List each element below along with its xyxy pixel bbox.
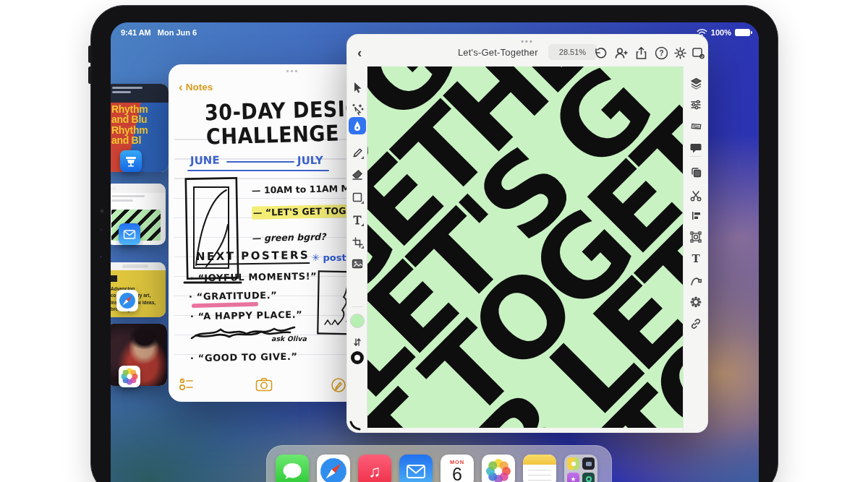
dock: ♫ MON 6 [266, 445, 612, 482]
dock-icon-mail[interactable] [399, 455, 433, 482]
ipad-screen: 9:41 AM Mon Jun 6 100% [111, 22, 759, 482]
svg-text:?: ? [659, 49, 663, 57]
mail-window-header: ⋯ [111, 184, 166, 193]
pen-tool[interactable] [349, 117, 366, 134]
mail-app-icon[interactable] [119, 223, 140, 245]
calendar-day: 6 [441, 465, 474, 482]
undo-icon[interactable] [592, 45, 608, 61]
link-icon[interactable] [684, 314, 708, 333]
comment-icon[interactable] [684, 138, 708, 157]
direct-selection-tool[interactable] [347, 100, 367, 119]
indicator-dot [100, 256, 102, 258]
month-underline [187, 170, 329, 171]
battery-icon [735, 29, 750, 37]
note-aside: ask Oliva [271, 335, 307, 343]
note-title-line2: CHALLENGE [206, 121, 340, 150]
status-date: Mon Jun 6 [158, 28, 197, 37]
note-item-2: · “GRATITUDE.” [189, 290, 278, 302]
month-connector-line [226, 161, 294, 163]
camera-icon[interactable] [255, 377, 273, 392]
shape-tool[interactable] [347, 188, 367, 207]
type-styles-icon[interactable]: T [684, 249, 708, 268]
chevron-left-icon: ‹ [179, 84, 183, 91]
dock-icon-messages[interactable] [276, 455, 309, 482]
brushes-icon[interactable] [684, 117, 708, 136]
dock-icon-notes[interactable] [523, 455, 556, 482]
app-library-mini-2 [582, 457, 595, 470]
type-tool[interactable] [347, 210, 367, 229]
poster-sketch [183, 173, 244, 288]
app-library-mini-3: ★ [567, 473, 579, 482]
select-tool[interactable] [347, 78, 367, 97]
status-time: 9:41 AM [121, 28, 151, 37]
tools-panel [347, 66, 367, 432]
checklist-icon[interactable] [179, 377, 195, 392]
document-title: Let's-Get-Together [458, 47, 538, 58]
volume-up-button[interactable] [88, 46, 92, 63]
panels-column: T [683, 66, 707, 432]
dock-icon-app-library[interactable]: ★ [564, 455, 597, 482]
illustrator-titlebar: ‹ Let's-Get-Together 28.51% [347, 42, 707, 66]
place-image-tool[interactable] [347, 254, 367, 273]
tools-divider [352, 306, 363, 307]
note-bullet-3: — green bgrd? [252, 231, 326, 244]
settings-gear-icon[interactable] [672, 45, 688, 61]
drawing-canvas[interactable]: LET'S GET TOGETHER LET'S GET TOGETHER LE… [367, 66, 683, 428]
pencil-tip-mark [349, 419, 361, 431]
duplicate-icon[interactable] [684, 163, 708, 181]
safari-toolbar [111, 262, 166, 270]
curve-path-icon[interactable] [684, 271, 708, 290]
stroke-color-well[interactable] [351, 351, 364, 364]
note-month-july: JULY [297, 154, 323, 168]
transform-icon[interactable] [684, 228, 708, 246]
layers-icon[interactable] [684, 74, 708, 92]
front-camera [100, 209, 104, 213]
artboard-tool[interactable] [347, 233, 367, 251]
battery-percent: 100% [711, 28, 731, 37]
invite-collaborator-icon[interactable] [613, 45, 629, 61]
canvas-artwork-text: LET'S GET TOGETHER LET'S GET TOGETHER LE… [367, 66, 683, 428]
fill-color-well[interactable] [350, 314, 365, 328]
volume-down-button[interactable] [88, 66, 92, 84]
app-library-mini-1 [567, 457, 579, 470]
panel-divider [690, 156, 702, 157]
dock-icon-photos[interactable] [482, 455, 515, 482]
illustrator-window: ••• ‹ Let's-Get-Together 28.51% [346, 34, 708, 433]
share-icon[interactable] [633, 45, 649, 61]
notes-back-button[interactable]: ‹ Notes [179, 82, 213, 92]
swap-fill-stroke-icon[interactable] [347, 332, 367, 351]
pencil-tool[interactable] [347, 143, 367, 162]
align-icon[interactable] [684, 206, 708, 225]
help-icon[interactable]: ? [653, 45, 669, 61]
scissors-icon[interactable] [684, 186, 708, 205]
note-item-4: · “GOOD TO GIVE.” [190, 351, 298, 364]
note-margin-note: ✳ posti [312, 252, 349, 263]
safari-app-icon[interactable] [116, 290, 138, 311]
eraser-tool[interactable] [347, 165, 367, 184]
dock-icon-calendar[interactable]: MON 6 [441, 455, 474, 482]
sensor-dot [100, 228, 103, 231]
photos-app-icon[interactable] [119, 366, 140, 387]
note-item-1: · “JOYFUL MOMENTS!” [190, 270, 318, 283]
properties-sliders-icon[interactable] [684, 95, 708, 114]
site-logo [111, 275, 117, 282]
dock-icon-music[interactable]: ♫ [358, 455, 391, 482]
pattern-gear-icon[interactable] [684, 293, 708, 311]
ipad-device: 9:41 AM Mon Jun 6 100% [90, 5, 778, 482]
dock-icon-safari[interactable] [317, 455, 350, 482]
markup-icon[interactable] [331, 377, 346, 393]
keynote-app-icon[interactable] [120, 150, 142, 172]
note-section-title: NEXT POSTERS [196, 249, 310, 265]
keynote-slide-header [111, 84, 169, 103]
app-library-mini-4 [582, 473, 595, 482]
note-item-3: · “A HAPPY PLACE.” [190, 309, 303, 322]
preview-mode-icon[interactable] [690, 45, 706, 61]
zoom-level-pill[interactable]: 28.51% [548, 44, 597, 60]
note-month-june: JUNE [190, 154, 220, 168]
